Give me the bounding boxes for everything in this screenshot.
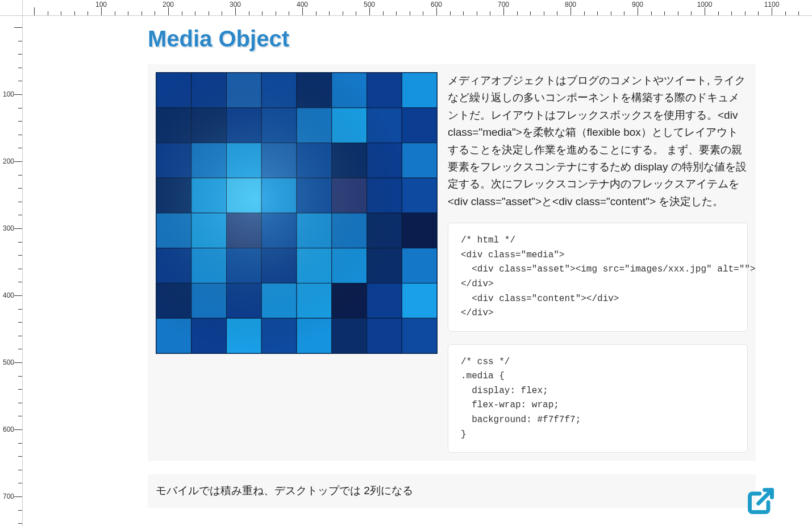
code-block-css[interactable]: /* css */ .media { display: flex; flex-w… <box>448 344 748 453</box>
media-object: メディアオブジェクトはブログのコメントやツイート, ライクなど繰り返しの多いコン… <box>148 64 756 461</box>
page-body: Media Object メディアオブジェクトはブログのコメントやツイート, ラ… <box>148 26 756 508</box>
ruler-h-label: 100 <box>95 1 107 9</box>
ruler-h-label: 500 <box>364 1 375 9</box>
code-block-html[interactable]: /* html */ <div class="media"> <div clas… <box>448 223 748 332</box>
ruler-v-label: 100 <box>3 90 14 98</box>
ruler-v-label: 600 <box>3 425 14 433</box>
ruler-h-label: 1000 <box>697 1 713 9</box>
ruler-v-label: 200 <box>3 157 14 165</box>
ruler-h-label: 400 <box>297 1 308 9</box>
page-title: Media Object <box>148 26 756 52</box>
ruler-h-label: 900 <box>632 1 643 9</box>
ruler-h-label: 600 <box>431 1 442 9</box>
ruler-horizontal: 10020030040050060070080090010001100 <box>23 0 812 16</box>
ruler-h-label: 1100 <box>764 1 780 9</box>
media-content: メディアオブジェクトはブログのコメントやツイート, ライクなど繰り返しの多いコン… <box>448 72 748 453</box>
paragraph-2: モバイルでは積み重ね、デスクトップでは 2列になる <box>156 482 451 499</box>
ruler-h-label: 800 <box>565 1 576 9</box>
canvas-area: Media Object メディアオブジェクトはブログのコメントやツイート, ラ… <box>23 16 812 526</box>
ruler-v-label: 500 <box>3 358 14 366</box>
media-asset <box>156 72 438 453</box>
open-external-icon[interactable] <box>746 486 776 516</box>
tile-image <box>156 72 438 354</box>
ruler-v-label: 700 <box>3 492 14 500</box>
svg-rect-64 <box>156 73 437 353</box>
ruler-h-label: 200 <box>163 1 174 9</box>
ruler-corner <box>0 0 23 16</box>
ruler-vertical: 100200300400500600700 <box>0 16 23 526</box>
ruler-h-label: 700 <box>498 1 509 9</box>
ruler-v-label: 300 <box>3 224 14 232</box>
ruler-v-label: 400 <box>3 291 14 299</box>
ruler-h-label: 300 <box>230 1 241 9</box>
paragraph-1: メディアオブジェクトはブログのコメントやツイート, ライクなど繰り返しの多いコン… <box>448 72 748 210</box>
second-section: モバイルでは積み重ね、デスクトップでは 2列になる <box>148 474 756 507</box>
